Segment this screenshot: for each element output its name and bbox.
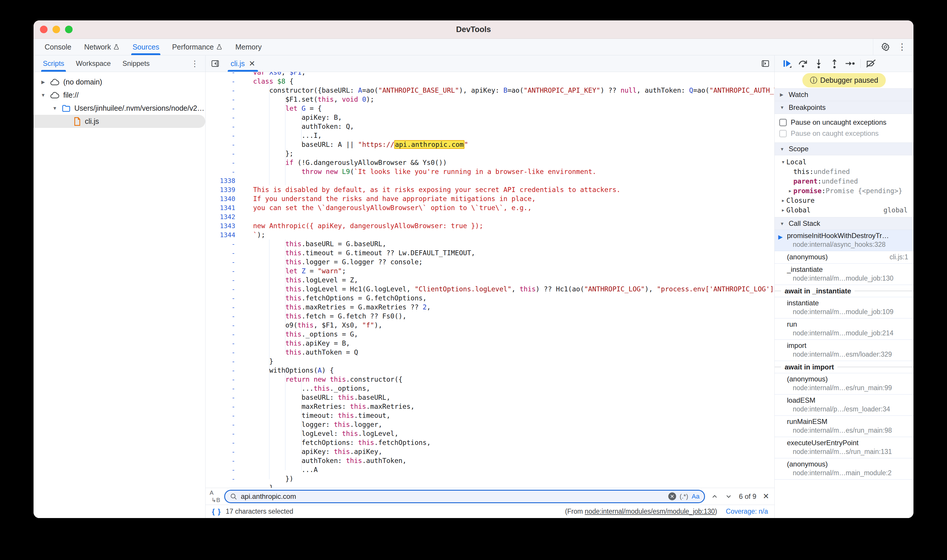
line-number-gutter[interactable]: - — [205, 167, 243, 176]
frame-location[interactable]: node:internal/m…es/run_main:99 — [775, 384, 913, 392]
code-line[interactable]: - $F1.set(this, void 0); — [205, 95, 774, 104]
line-number-gutter[interactable]: - — [205, 158, 243, 167]
chevron-down-icon[interactable]: ▼ — [52, 106, 58, 111]
collapse-navigator-icon[interactable] — [205, 55, 225, 72]
code-line[interactable]: - if (!G.dangerouslyAllowBrowser && Ys0(… — [205, 158, 774, 167]
next-match-icon[interactable] — [725, 493, 733, 500]
step-into-icon[interactable] — [812, 57, 825, 70]
call-stack-frame[interactable]: _instantiatenode:internal/m…module_job:1… — [775, 264, 913, 285]
main-tab-console[interactable]: Console — [38, 39, 78, 55]
code-line[interactable]: - } — [205, 357, 774, 366]
line-number-gutter[interactable]: - — [205, 312, 243, 321]
code-line[interactable]: - this.apiKey = B, — [205, 339, 774, 348]
search-field[interactable]: ✕ (.*) Aa — [224, 490, 705, 503]
line-number-gutter[interactable]: 1343 — [205, 222, 243, 231]
line-number-gutter[interactable]: - — [205, 402, 243, 411]
call-stack-frame[interactable]: importnode:internal/m…esm/loader:329 — [775, 340, 913, 361]
tree-item-users-jinhuilee-nvm-versions-node-v2-[interactable]: ▼Users/jinhuilee/.nvm/versions/node/v2… — [34, 102, 205, 115]
breakpoint-option[interactable]: Pause on uncaught exceptions — [775, 117, 913, 128]
scope-closure[interactable]: ▶Closure — [775, 195, 913, 205]
code-line[interactable]: - baseURL: this.baseURL, — [205, 393, 774, 402]
line-number-gutter[interactable]: - — [205, 294, 243, 303]
frame-location[interactable]: node:internal/m…s/run_main:131 — [775, 448, 913, 456]
scope-local[interactable]: ▼Local — [775, 157, 913, 167]
code-line[interactable]: - this.maxRetries = G.maxRetries ?? 2, — [205, 303, 774, 312]
frame-location[interactable]: node:internal/m…module_job:109 — [775, 308, 913, 316]
settings-gear-icon[interactable] — [881, 42, 890, 52]
line-number-gutter[interactable]: - — [205, 321, 243, 330]
line-number-gutter[interactable]: - — [205, 474, 243, 483]
call-stack-frame[interactable]: executeUserEntryPointnode:internal/m…s/r… — [775, 437, 913, 458]
code-line[interactable]: 1339This is disabled by default, as it r… — [205, 185, 774, 194]
code-line[interactable]: -class $8 { — [205, 77, 774, 86]
more-options-icon[interactable]: ⋮ — [898, 43, 907, 51]
navigator-tab-snippets[interactable]: Snippets — [117, 55, 156, 72]
pretty-print-icon[interactable]: { } — [212, 508, 221, 516]
line-number-gutter[interactable]: - — [205, 77, 243, 86]
line-number-gutter[interactable]: 1344 — [205, 231, 243, 240]
search-input[interactable] — [241, 492, 665, 500]
line-number-gutter[interactable]: - — [205, 420, 243, 429]
code-line[interactable]: 1338 — [205, 176, 774, 185]
chevron-right-icon[interactable]: ▶ — [40, 79, 46, 85]
line-number-gutter[interactable]: - — [205, 330, 243, 339]
main-tab-performance[interactable]: Performance — [166, 39, 229, 55]
code-viewport[interactable]: -var Xs0, $F1;-class $8 {- constructor({… — [205, 72, 774, 488]
code-line[interactable]: - constructor({baseURL: A=ao("ANTHROPIC_… — [205, 86, 774, 95]
main-tab-memory[interactable]: Memory — [229, 39, 268, 55]
code-line[interactable]: - let Z = "warn"; — [205, 266, 774, 275]
line-number-gutter[interactable]: - — [205, 339, 243, 348]
code-line[interactable]: - apiKey: B, — [205, 113, 774, 122]
code-line[interactable]: - fetchOptions: this.fetchOptions, — [205, 438, 774, 447]
line-number-gutter[interactable]: - — [205, 447, 243, 456]
match-case-toggle[interactable]: Aa — [692, 493, 699, 500]
frame-location[interactable]: node:internal/m…module_job:214 — [775, 329, 913, 337]
tree-item--no-domain-[interactable]: ▶(no domain) — [34, 75, 205, 89]
call-stack-frame[interactable]: runMainESMnode:internal/m…es/run_main:98 — [775, 416, 913, 437]
frame-location[interactable]: node:internal/m…main_module:2 — [775, 469, 913, 477]
code-line[interactable]: 1343new Anthropic({ apiKey, dangerouslyA… — [205, 222, 774, 231]
checkbox[interactable] — [779, 119, 787, 126]
main-tab-sources[interactable]: Sources — [126, 39, 166, 55]
scope-entry-parent[interactable]: parent: undefined — [775, 176, 913, 186]
line-number-gutter[interactable]: 1338 — [205, 176, 243, 185]
code-line[interactable]: - authToken: Q, — [205, 122, 774, 131]
line-number-gutter[interactable]: - — [205, 149, 243, 158]
navigator-tab-workspace[interactable]: Workspace — [70, 55, 117, 72]
code-line[interactable]: - this.baseURL = G.baseURL, — [205, 240, 774, 249]
line-number-gutter[interactable]: - — [205, 275, 243, 285]
call-stack-frame[interactable]: (anonymous)node:internal/m…es/run_main:9… — [775, 373, 913, 394]
line-number-gutter[interactable]: - — [205, 122, 243, 131]
call-stack-frame[interactable]: (anonymous)node:internal/m…main_module:2 — [775, 458, 913, 480]
watch-section-header[interactable]: ▶ Watch — [775, 88, 913, 101]
code-line[interactable]: - let G = { — [205, 104, 774, 113]
coverage-link[interactable]: Coverage: n/a — [726, 508, 768, 515]
step-over-icon[interactable] — [796, 57, 810, 70]
checkbox[interactable] — [779, 130, 787, 137]
code-line[interactable]: - return new this.constructor({ — [205, 375, 774, 384]
code-line[interactable]: - maxRetries: this.maxRetries, — [205, 402, 774, 411]
code-line[interactable]: - ...this._options, — [205, 384, 774, 393]
scope-entry-promise[interactable]: ▶promise: Promise {<pending>} — [775, 186, 913, 195]
call-stack-frame[interactable]: instantiatenode:internal/m…module_job:10… — [775, 297, 913, 318]
frame-location[interactable]: node:internal/async_hooks:328 — [775, 241, 913, 249]
code-line[interactable]: 1342 — [205, 212, 774, 222]
line-number-gutter[interactable]: - — [205, 465, 243, 474]
regex-toggle[interactable]: (.*) — [680, 493, 688, 500]
line-number-gutter[interactable]: - — [205, 113, 243, 122]
code-line[interactable]: - baseURL: A || "https://api.anthropic.c… — [205, 140, 774, 149]
line-number-gutter[interactable]: 1340 — [205, 194, 243, 203]
code-line[interactable]: - this.logLevel = Z, — [205, 275, 774, 285]
scope-section-header[interactable]: ▼ Scope — [775, 143, 913, 155]
code-line[interactable]: - authToken: this.authToken, — [205, 456, 774, 465]
chevron-right-icon[interactable]: ▶ — [787, 189, 793, 193]
frame-location[interactable]: cli.js:1 — [890, 253, 908, 261]
frame-location[interactable]: node:internal/m…module_job:130 — [775, 274, 913, 282]
clear-search-icon[interactable]: ✕ — [668, 492, 676, 500]
code-line[interactable]: - ...I, — [205, 131, 774, 140]
source-origin-link[interactable]: node:internal/modules/esm/module_job:130 — [585, 508, 715, 515]
breakpoint-option[interactable]: Pause on caught exceptions — [775, 128, 913, 139]
navigator-more-icon[interactable]: ⋮ — [184, 55, 205, 72]
code-line[interactable]: - logLevel: this.logLevel, — [205, 429, 774, 438]
line-number-gutter[interactable]: - — [205, 303, 243, 312]
